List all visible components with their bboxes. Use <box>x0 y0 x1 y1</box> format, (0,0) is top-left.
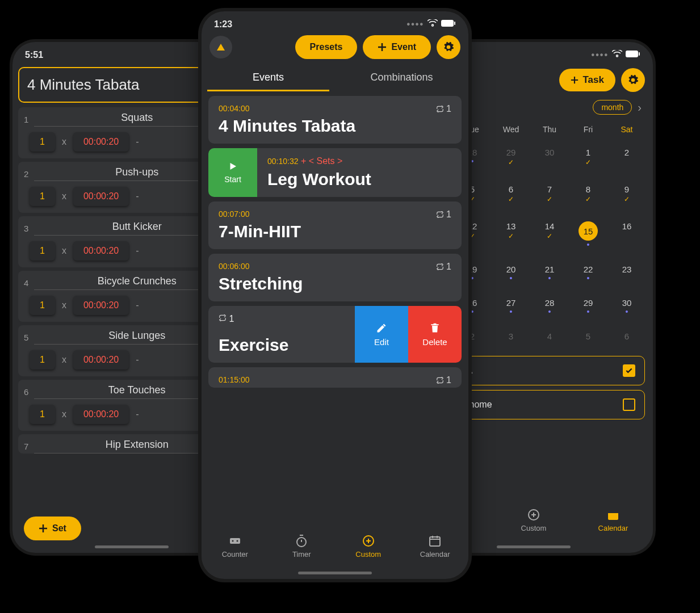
next-month-button[interactable]: › <box>638 101 642 114</box>
start-button[interactable]: Start <box>208 148 257 197</box>
tab-events[interactable]: Events <box>202 65 335 91</box>
calendar-day[interactable]: 3 <box>492 326 530 349</box>
calendar-day[interactable]: 5 <box>569 326 607 349</box>
clock: 1:23 <box>214 19 232 30</box>
calendar-day[interactable]: 1✓ <box>569 142 607 174</box>
tab-calendar[interactable]: Calendar <box>402 534 469 559</box>
rep-time[interactable]: 00:00:20 <box>73 187 129 206</box>
exercise-index: 2 <box>24 169 28 179</box>
calendar-day[interactable]: 21• <box>530 259 569 288</box>
calendar-day[interactable]: 28• <box>530 292 569 321</box>
rep-count[interactable]: 1 <box>30 132 55 152</box>
event-card[interactable]: 01:15:00 1 <box>208 367 462 388</box>
status-bar: 1:23 •••• <box>202 11 468 32</box>
presets-button[interactable]: Presets <box>295 35 358 59</box>
task-checkbox[interactable] <box>623 364 635 377</box>
calendar-day[interactable]: 4 <box>530 326 569 349</box>
clock: 5:51 <box>25 50 43 60</box>
calendar-day[interactable]: 6✓ <box>492 179 530 211</box>
rep-count[interactable]: 1 <box>30 350 55 370</box>
event-duration: 00:04:00 <box>219 104 451 113</box>
svg-rect-7 <box>454 22 455 25</box>
weekday-label: Wed <box>492 121 530 137</box>
rep-count[interactable]: 1 <box>30 187 55 206</box>
rep-count[interactable]: 1 <box>30 405 55 424</box>
rep-count[interactable]: 1 <box>30 241 55 261</box>
calendar-day[interactable]: 22• <box>569 259 607 288</box>
event-card-swiped[interactable]: Start 00:10:32 + < Sets > Leg Workout <box>208 148 462 197</box>
view-mode-toggle[interactable]: month <box>593 100 632 115</box>
tab-bar: Counter Timer Custom Calendar <box>202 528 468 570</box>
event-card[interactable]: 00:04:00 1 4 Minutes Tabata <box>208 96 462 144</box>
event-card-swiped[interactable]: 1 Exercise Edit Delete <box>208 306 462 363</box>
calendar-day[interactable]: 16 <box>607 216 646 254</box>
calendar-day[interactable]: 30• <box>607 292 646 321</box>
svg-rect-0 <box>626 51 638 57</box>
svg-point-9 <box>232 540 233 542</box>
svg-rect-1 <box>639 52 640 56</box>
add-task-button[interactable]: Task <box>559 69 616 91</box>
event-card[interactable]: 00:07:00 1 7-Min-HIIT <box>208 201 462 249</box>
rep-time[interactable]: 00:00:20 <box>73 241 129 261</box>
svg-rect-6 <box>441 20 454 27</box>
calendar-day[interactable]: 13✓ <box>492 216 530 254</box>
exercise-index: 4 <box>24 278 28 288</box>
calendar-day[interactable]: 20• <box>492 259 530 288</box>
exercise-index: 3 <box>24 224 28 233</box>
tab-combinations[interactable]: Combinations <box>335 65 468 91</box>
settings-button[interactable] <box>621 68 645 92</box>
home-indicator <box>497 545 571 548</box>
calendar-day[interactable]: 23 <box>607 259 646 288</box>
home-indicator <box>95 545 169 548</box>
calendar-day[interactable]: 30 <box>530 142 569 174</box>
battery-icon <box>626 50 640 60</box>
calendar-day[interactable]: 6 <box>607 326 646 349</box>
cellular-icon: •••• <box>592 50 609 60</box>
tab-counter[interactable]: Counter <box>202 534 269 559</box>
svg-point-10 <box>236 540 238 542</box>
task-checkbox[interactable] <box>623 398 635 411</box>
cellular-icon: •••• <box>407 19 424 30</box>
settings-button[interactable] <box>437 35 460 59</box>
add-set-button[interactable]: Set <box>24 517 81 540</box>
svg-rect-5 <box>608 511 618 513</box>
weekday-label: Thu <box>530 121 569 137</box>
weekday-label: Sat <box>607 121 646 137</box>
tab-calendar[interactable]: Calendar <box>573 508 653 532</box>
rep-time[interactable]: 00:00:20 <box>73 405 129 424</box>
loop-count: 1 <box>436 104 451 114</box>
rep-time[interactable]: 00:00:20 <box>73 350 129 370</box>
tab-custom[interactable]: Custom <box>494 508 573 532</box>
calendar-day[interactable]: 8✓ <box>569 179 607 211</box>
weekday-label: Fri <box>569 121 607 137</box>
calendar-day[interactable]: 29• <box>569 292 607 321</box>
rep-time[interactable]: 00:00:20 <box>73 132 129 152</box>
home-indicator <box>298 572 372 574</box>
tab-custom[interactable]: Custom <box>335 534 402 559</box>
calendar-day[interactable]: 7✓ <box>530 179 569 211</box>
calendar-day[interactable]: 27• <box>492 292 530 321</box>
calendar-day[interactable]: 2 <box>607 142 646 174</box>
exercise-index: 5 <box>24 333 28 342</box>
wifi-icon <box>427 19 438 30</box>
calendar-day[interactable]: 15• <box>569 216 607 254</box>
edit-button[interactable]: Edit <box>355 306 408 363</box>
tab-timer[interactable]: Timer <box>269 534 336 559</box>
event-title: Leg Workout <box>267 170 451 189</box>
calendar-day[interactable]: 14✓ <box>530 216 569 254</box>
calendar-day[interactable]: 29✓ <box>492 142 530 174</box>
svg-rect-13 <box>430 537 440 546</box>
exercise-index: 7 <box>24 442 28 451</box>
collapse-button[interactable] <box>209 36 232 58</box>
rep-time[interactable]: 00:00:20 <box>73 296 129 315</box>
exercise-index: 1 <box>24 115 28 124</box>
calendar-day[interactable]: 9✓ <box>607 179 646 211</box>
event-title: 4 Minutes Tabata <box>219 116 451 136</box>
battery-icon <box>441 19 456 30</box>
svg-rect-8 <box>230 538 240 544</box>
add-event-button[interactable]: Event <box>363 35 431 59</box>
delete-button[interactable]: Delete <box>408 306 462 363</box>
wifi-icon <box>612 50 622 60</box>
event-card[interactable]: 00:06:00 1 Stretching <box>208 254 462 301</box>
rep-count[interactable]: 1 <box>30 296 55 315</box>
